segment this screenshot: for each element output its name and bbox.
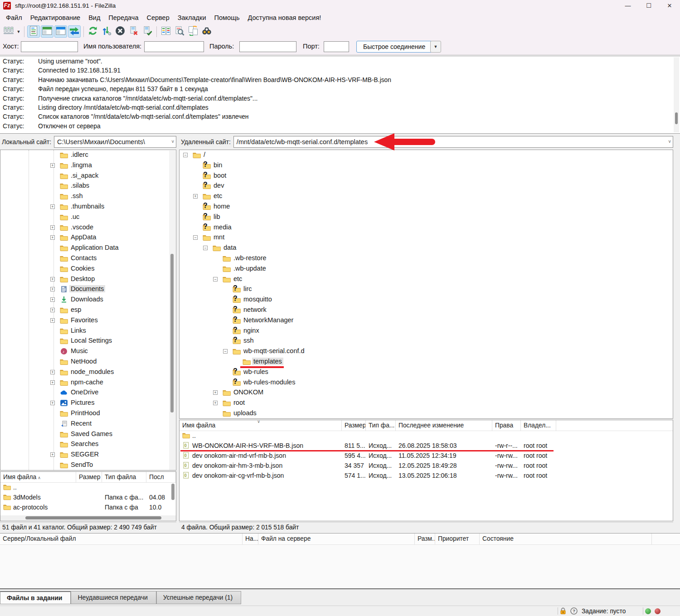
tree-item-links[interactable]: Links <box>0 326 176 336</box>
log-scrollbar[interactable] <box>674 57 679 132</box>
tree-item-wb-rules[interactable]: ?wb-rules <box>180 367 673 378</box>
tree-item-lingma[interactable]: +.lingma <box>0 160 176 171</box>
reconnect-button[interactable] <box>141 25 154 38</box>
disconnect-button[interactable] <box>127 25 140 38</box>
synchronized-browsing-button[interactable] <box>187 25 199 38</box>
file-row-3dmodels[interactable]: 3dModelsПапка с фа...04.08 <box>0 493 176 503</box>
tree-item-uploads[interactable]: uploads <box>180 408 673 419</box>
column-header-имя-файла[interactable]: Имя файла∨ <box>180 420 342 431</box>
remote-site-combobox[interactable]: /mnt/data/etc/wb-mqtt-serial.conf.d/temp… <box>233 136 673 148</box>
menu-вид[interactable]: Вид <box>84 12 104 23</box>
file-row-dev-onokom-air-hm-3-mb-b-json[interactable]: {}dev onokom-air-hm-3-mb-b.json34 357Исх… <box>180 461 673 471</box>
menu-передача[interactable]: Передача <box>104 12 142 23</box>
tree-item-saved-games[interactable]: Saved Games <box>0 429 176 440</box>
menu-редактирование[interactable]: Редактирование <box>26 12 84 23</box>
expander-plus-icon[interactable]: + <box>50 235 55 240</box>
column-header-имя-файла[interactable]: Имя файла∧ <box>0 472 76 482</box>
tree-item-application-data[interactable]: Application Data <box>0 243 176 253</box>
find-files-button[interactable] <box>200 25 213 38</box>
menu-файл[interactable]: Файл <box>2 12 26 23</box>
tree-item-templates[interactable]: templates <box>180 357 673 367</box>
tree-item-segger[interactable]: +SEGGER <box>0 450 176 460</box>
tree-item-sendto[interactable]: SendTo <box>0 460 176 470</box>
process-queue-button[interactable] <box>100 25 113 38</box>
tree-item-appdata[interactable]: +AppData <box>0 233 176 243</box>
file-row-ac-protocols[interactable]: ac-protocolsПапка с фа10.0 <box>0 503 176 513</box>
tree-item-contacts[interactable]: Contacts <box>0 253 176 264</box>
quickconnect-dropdown[interactable]: ▼ <box>430 41 441 53</box>
minimize-button[interactable]: — <box>617 0 638 11</box>
file-row-wb-onokom-air-hs-vrf-mb-b-json[interactable]: {}WB-ONOKOM-AIR-HS-VRF-MB-B.json811 5...… <box>180 441 673 451</box>
toggle-local-tree-button[interactable] <box>41 25 53 38</box>
tree-item-wb-update[interactable]: .wb-update <box>180 264 673 274</box>
tree-item-lib[interactable]: ?lib <box>180 212 673 223</box>
column-header-тип-фа[interactable]: Тип фа... <box>366 420 396 431</box>
local-site-combobox[interactable]: C:\Users\Михаил\Documents\ ˅ <box>54 136 176 148</box>
column-header-последнее-изменение[interactable]: Последнее изменение <box>396 420 492 431</box>
tree-item-network[interactable]: ?network <box>180 305 673 315</box>
tree-item-silabs[interactable]: .silabs <box>0 181 176 191</box>
expander-plus-icon[interactable]: + <box>50 401 55 405</box>
expander-minus-icon[interactable]: − <box>183 153 188 157</box>
tab-успешные-передачи-1[interactable]: Успешные передачи (1) <box>156 591 241 604</box>
tree-item-pictures[interactable]: +Pictures <box>0 398 176 408</box>
tree-item-vscode[interactable]: +.vscode <box>0 223 176 233</box>
quickconnect-button[interactable]: Быстрое соединение <box>356 41 432 53</box>
password-input[interactable] <box>239 41 296 52</box>
expander-plus-icon[interactable]: + <box>50 287 55 291</box>
tree-item-onokom[interactable]: +ONOKOM <box>180 388 673 398</box>
tree-item-etc[interactable]: −etc <box>180 274 673 285</box>
tree-item-cookies[interactable]: Cookies <box>0 264 176 274</box>
expander-plus-icon[interactable]: + <box>50 370 55 374</box>
username-input[interactable] <box>144 41 204 52</box>
file-row-dev-onokom-air-cg-vrf-mb-b-json[interactable]: {}dev onokom-air-cg-vrf-mb-b.json574 1..… <box>180 471 673 481</box>
close-button[interactable]: ✕ <box>659 0 680 11</box>
tree-item-etc[interactable]: +etc <box>180 191 673 202</box>
tab-неудавшиеся-передачи[interactable]: Неудавшиеся передачи <box>71 591 156 604</box>
directory-comparison-button[interactable] <box>160 25 172 38</box>
tree-item-dev[interactable]: ?dev <box>180 181 673 191</box>
expander-plus-icon[interactable]: + <box>213 390 218 395</box>
tree-item-printhood[interactable]: PrintHood <box>0 408 176 419</box>
column-header-тип-файла[interactable]: Тип файла <box>102 472 146 482</box>
tree-item-idlerc[interactable]: .idlerc <box>0 150 176 160</box>
expander-plus-icon[interactable]: + <box>50 204 55 209</box>
tree-item-mnt[interactable]: −mnt <box>180 233 673 243</box>
expander-plus-icon[interactable]: + <box>50 277 55 281</box>
column-header-права[interactable]: Права <box>492 420 521 431</box>
tree-item-node-modules[interactable]: +node_modules <box>0 367 176 378</box>
expander-minus-icon[interactable]: − <box>223 349 228 354</box>
expander-minus-icon[interactable]: − <box>213 277 218 281</box>
tree-item-documents[interactable]: +Documents <box>0 284 176 295</box>
open-site-manager-button[interactable] <box>2 25 15 38</box>
tree-item-wb-mqtt-serial-conf-d[interactable]: −wb-mqtt-serial.conf.d <box>180 346 673 357</box>
toggle-message-log-button[interactable] <box>27 25 40 38</box>
tab-файлы-в-задании[interactable]: Файлы в задании <box>0 591 71 604</box>
tree-item-root[interactable]: +root <box>180 398 673 408</box>
toolbar-dropdown-arrow[interactable]: ▼ <box>15 25 22 38</box>
tree-item-item[interactable]: −/ <box>180 150 673 160</box>
tree-item-ssh[interactable]: ?ssh <box>180 336 673 346</box>
file-row-item[interactable]: .. <box>0 483 176 493</box>
tree-item-favorites[interactable]: +Favorites <box>0 315 176 326</box>
tree-item-nginx[interactable]: ?nginx <box>180 326 673 336</box>
tree-item-npm-cache[interactable]: +npm-cache <box>0 378 176 388</box>
expander-plus-icon[interactable]: + <box>50 308 55 312</box>
local-list-hscroll-thumb[interactable] <box>25 516 161 519</box>
cancel-operation-button[interactable] <box>114 25 126 38</box>
local-list-vscroll-thumb[interactable] <box>171 484 175 500</box>
queue-column-файл-на-сервере[interactable]: Файл на сервере <box>258 534 415 544</box>
status-help-icon[interactable]: ? <box>570 607 578 615</box>
tree-item-wb-rules-modules[interactable]: ?wb-rules-modules <box>180 378 673 388</box>
tree-item-lirc[interactable]: ?lirc <box>180 284 673 295</box>
tree-item-media[interactable]: ?media <box>180 223 673 233</box>
expander-plus-icon[interactable]: + <box>50 318 55 323</box>
tree-item-onedrive[interactable]: OneDrive <box>0 388 176 398</box>
queue-column-состояние[interactable]: Состояние <box>480 534 652 544</box>
queue-column-разм[interactable]: Разм... <box>415 534 435 544</box>
tree-item-uc[interactable]: .uc <box>0 212 176 223</box>
expander-plus-icon[interactable]: + <box>50 225 55 230</box>
expander-plus-icon[interactable]: + <box>193 194 198 199</box>
file-row-item[interactable]: .. <box>180 431 673 441</box>
queue-column-приоритет[interactable]: Приоритет <box>435 534 480 544</box>
